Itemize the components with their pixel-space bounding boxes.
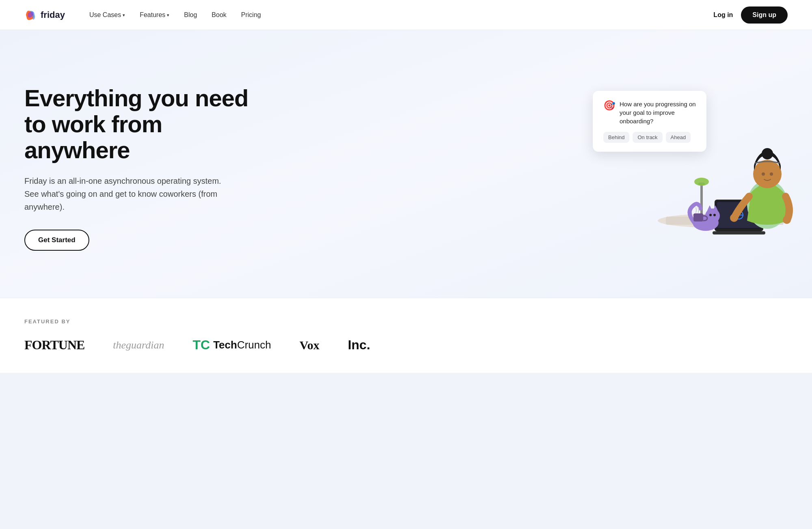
svg-point-13: [762, 148, 773, 159]
goal-card: 🎯 How are you progressing on your goal t…: [593, 91, 706, 152]
svg-point-4: [694, 178, 709, 186]
goal-card-header: 🎯 How are you progressing on your goal t…: [603, 100, 696, 125]
svg-point-15: [770, 172, 773, 176]
option-on-track[interactable]: On track: [633, 132, 662, 143]
svg-point-16: [730, 214, 738, 222]
logo-guardian: theguardian: [113, 339, 164, 351]
nav-links: Use Cases ▾ Features ▾ Blog Book Pricing: [89, 11, 713, 19]
chevron-down-icon: ▾: [123, 13, 125, 18]
svg-marker-20: [707, 205, 712, 211]
hero-section: Everything you need to work from anywher…: [0, 30, 812, 298]
goal-options: Behind On track Ahead: [603, 132, 696, 143]
hero-subtitle: Friday is an all-in-one asynchronous ope…: [24, 174, 227, 213]
featured-label: FEATURED BY: [24, 318, 788, 325]
chevron-down-icon: ▾: [167, 13, 169, 18]
svg-rect-24: [693, 213, 703, 221]
signup-button[interactable]: Sign up: [741, 6, 788, 24]
featured-section: FEATURED BY FORTUNE theguardian TC TechC…: [0, 298, 812, 373]
logo-vox: Vox: [300, 338, 320, 352]
logo-link[interactable]: friday: [24, 9, 65, 22]
hero-visual: 🎯 How are you progressing on your goal t…: [568, 79, 796, 249]
get-started-button[interactable]: Get Started: [24, 230, 89, 251]
goal-icon: 🎯: [603, 100, 615, 111]
nav-pricing[interactable]: Pricing: [241, 11, 261, 19]
nav-features[interactable]: Features ▾: [140, 11, 169, 19]
svg-point-19: [705, 209, 720, 223]
svg-point-12: [753, 160, 782, 188]
logo-techcrunch: TC TechCrunch: [192, 338, 271, 353]
logo-icon: [24, 9, 37, 22]
svg-rect-10: [713, 231, 765, 234]
option-behind[interactable]: Behind: [603, 132, 629, 143]
nav-blog[interactable]: Blog: [184, 11, 197, 19]
nav-actions: Log in Sign up: [713, 6, 788, 24]
logo-inc: Inc.: [348, 338, 370, 353]
nav-book[interactable]: Book: [212, 11, 226, 19]
svg-point-23: [713, 214, 716, 216]
featured-logos: FORTUNE theguardian TC TechCrunch Vox In…: [24, 338, 788, 353]
navbar: friday Use Cases ▾ Features ▾ Blog Book …: [0, 0, 812, 30]
logo-fortune: FORTUNE: [24, 338, 84, 353]
option-ahead[interactable]: Ahead: [666, 132, 691, 143]
logo-text: friday: [41, 10, 65, 20]
hero-title: Everything you need to work from anywher…: [24, 85, 268, 163]
hero-content: Everything you need to work from anywher…: [24, 85, 268, 250]
nav-use-cases[interactable]: Use Cases ▾: [89, 11, 125, 19]
goal-question: How are you progressing on your goal to …: [620, 100, 696, 125]
svg-point-17: [783, 216, 791, 224]
svg-point-22: [709, 214, 712, 216]
svg-point-14: [762, 172, 765, 176]
login-button[interactable]: Log in: [713, 11, 733, 19]
